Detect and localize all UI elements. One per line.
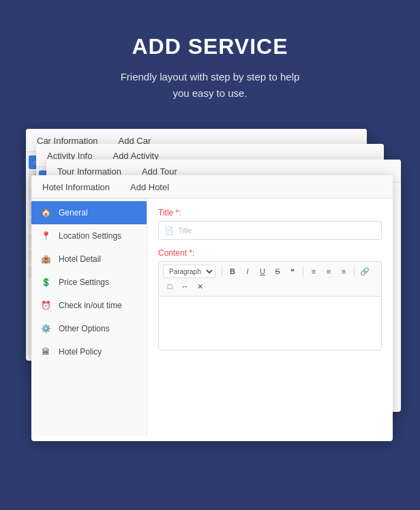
header-section: ADD SERVICE Friendly layout with step by…: [107, 0, 314, 129]
hotel-sidebar-price[interactable]: 💲 Price Settings: [31, 271, 147, 294]
italic-button[interactable]: I: [241, 265, 254, 278]
page-subtitle: Friendly layout with step by step to hel…: [121, 69, 300, 102]
bold-button[interactable]: B: [226, 265, 239, 278]
editor-toolbar: Paragraph B I U S ❝ ≡ ≡ ≡ 🔗: [158, 261, 382, 296]
editor-area[interactable]: [158, 296, 382, 350]
title-placeholder: Title: [178, 226, 192, 235]
align-center-button[interactable]: ≡: [322, 265, 335, 278]
hotel-sidebar-detail[interactable]: 🏨 Hotel Detail: [31, 247, 147, 271]
toolbar-divider1: [222, 266, 222, 277]
detail-label: Hotel Detail: [59, 254, 101, 264]
price-label: Price Settings: [59, 278, 109, 287]
hotel-content: Title *: 📄 Title Content *: Pa: [147, 198, 393, 436]
title-field-group: Title *: 📄 Title: [158, 208, 382, 240]
options-icon: ⚙️: [40, 322, 52, 335]
align-left-button[interactable]: ≡: [307, 265, 320, 278]
hotel-tab1[interactable]: Hotel Information: [42, 182, 110, 198]
underline-button[interactable]: U: [256, 265, 269, 278]
hotel-card: Hotel Information Add Hotel 🏠 General 📍 …: [31, 175, 393, 441]
detail-icon: 🏨: [40, 253, 52, 265]
content-field-group: Content *: Paragraph B I U S ❝: [158, 248, 382, 350]
toolbar-divider2: [303, 266, 303, 277]
policy-icon: 🏛: [40, 346, 52, 358]
paragraph-select[interactable]: Paragraph: [163, 265, 215, 278]
hotel-tabs: Hotel Information Add Hotel: [31, 175, 393, 198]
checkin-label: Check in/out time: [59, 301, 122, 310]
location-icon: 📍: [40, 230, 52, 242]
title-input[interactable]: 📄 Title: [158, 221, 382, 240]
title-label: Title *:: [158, 208, 382, 217]
hotel-sidebar-general[interactable]: 🏠 General: [31, 201, 147, 224]
hotel-sidebar: 🏠 General 📍 Location Settings 🏨 Hotel De…: [31, 198, 147, 436]
close-button[interactable]: ✕: [193, 280, 207, 293]
price-icon: 💲: [40, 276, 52, 288]
page-title: ADD SERVICE: [121, 34, 300, 59]
align-right-button[interactable]: ≡: [337, 265, 350, 278]
link-button[interactable]: 🔗: [358, 265, 372, 278]
checkin-icon: ⏰: [40, 299, 52, 312]
content-label: Content *:: [158, 248, 382, 258]
general-label: General: [59, 208, 88, 217]
hotel-sidebar-checkin[interactable]: ⏰ Check in/out time: [31, 294, 147, 317]
image-button[interactable]: □: [163, 280, 177, 293]
hotel-body: 🏠 General 📍 Location Settings 🏨 Hotel De…: [31, 198, 393, 436]
hotel-sidebar-policy[interactable]: 🏛 Hotel Policy: [31, 340, 147, 363]
hotel-tab2[interactable]: Add Hotel: [130, 182, 169, 198]
hotel-sidebar-options[interactable]: ⚙️ Other Options: [31, 317, 147, 340]
options-label: Other Options: [59, 324, 110, 333]
general-icon: 🏠: [40, 207, 52, 219]
cards-container: Car Information Add Car ⌂ 📍 ☰ 👤 💲 ☰ ⊘ 💳 …: [19, 129, 401, 422]
policy-label: Hotel Policy: [59, 347, 102, 357]
doc-icon: 📄: [164, 226, 174, 235]
quote-button[interactable]: ❝: [286, 265, 299, 278]
fullscreen-button[interactable]: ↔: [178, 280, 192, 293]
hotel-sidebar-location[interactable]: 📍 Location Settings: [31, 224, 147, 247]
strikethrough-button[interactable]: S: [271, 265, 284, 278]
toolbar-divider3: [354, 266, 355, 277]
location-label: Location Settings: [59, 231, 121, 241]
